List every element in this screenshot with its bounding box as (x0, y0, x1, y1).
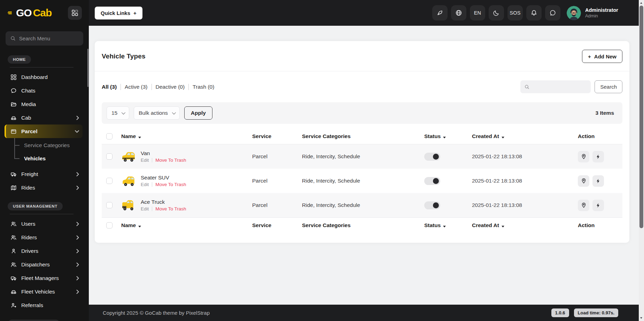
sidebar-subitem-service-categories[interactable]: Service Categories (5, 139, 83, 152)
search-button[interactable]: Search (595, 80, 622, 93)
row-checkbox[interactable] (106, 202, 112, 208)
column-status[interactable]: Status (424, 133, 472, 139)
sidebar-item-dispatchers[interactable]: Dispatchers (5, 258, 83, 271)
language-globe-button[interactable] (451, 5, 466, 21)
vehicle-image (121, 175, 136, 187)
sidebar-item-dashboard[interactable]: Dashboard (5, 70, 83, 84)
move-to-trash-link[interactable]: Move To Trash (155, 182, 186, 187)
filter-all[interactable]: All (3) (102, 84, 121, 90)
table-search-input[interactable] (532, 84, 587, 90)
edit-link[interactable]: Edit (141, 158, 149, 163)
boost-button[interactable] (592, 175, 604, 187)
column-label: Service (252, 133, 271, 139)
sidebar-item-rides[interactable]: Rides (5, 181, 83, 194)
chevron-right-icon (76, 263, 79, 267)
plus-icon: + (133, 10, 137, 16)
status-toggle[interactable] (424, 153, 440, 161)
sort-caret-icon (138, 226, 141, 227)
edit-link[interactable]: Edit (141, 182, 149, 187)
messages-button[interactable] (545, 5, 560, 21)
column-name[interactable]: Name (121, 222, 252, 228)
sidebar-item-cab[interactable]: Cab (5, 111, 83, 125)
sidebar-item-referrals[interactable]: Referrals (5, 298, 83, 312)
table-search[interactable] (520, 80, 591, 93)
add-new-button[interactable]: + Add New (582, 50, 622, 63)
sidebar-item-drivers[interactable]: Drivers (5, 244, 83, 258)
globe-icon (455, 9, 462, 16)
sidebar-item-freight[interactable]: Freight (5, 167, 83, 181)
column-service-categories: Service Categories (302, 133, 424, 139)
track-location-button[interactable] (578, 151, 589, 162)
row-links: Edit Move To Trash (141, 206, 186, 211)
sidebar-item-label: Referrals (21, 302, 43, 308)
apply-button[interactable]: Apply (184, 106, 212, 120)
row-checkbox[interactable] (106, 178, 112, 184)
notifications-button[interactable] (526, 5, 542, 21)
customizer-button[interactable] (432, 5, 448, 21)
table-footer-header: Name Service Service Categories Status C… (102, 217, 622, 233)
sidebar-item-users[interactable]: Users (5, 217, 83, 231)
sidebar-toggle-button[interactable] (68, 6, 82, 20)
sidebar-subitem-vehicles[interactable]: Vehicles (5, 152, 83, 165)
sidebar-item-chats[interactable]: Chats (5, 84, 83, 97)
language-label: EN (474, 10, 481, 16)
move-to-trash-link[interactable]: Move To Trash (155, 158, 186, 163)
column-status[interactable]: Status (424, 222, 472, 228)
avatar[interactable] (567, 6, 581, 20)
row-checkbox[interactable] (106, 153, 112, 160)
boost-button[interactable] (592, 151, 604, 162)
sidebar-item-fleet-vehicles[interactable]: Fleet Vehicles (5, 285, 83, 298)
sos-button[interactable]: SOS (507, 5, 523, 21)
brand-logo[interactable]: GOCab (8, 7, 52, 19)
status-toggle[interactable] (424, 201, 440, 209)
scroll-up-arrow-icon (640, 2, 642, 4)
moon-icon (493, 10, 499, 16)
sidebar-item-label: Users (21, 221, 35, 227)
page-scrollbar[interactable] (639, 0, 644, 321)
dashboard-icon (10, 74, 17, 80)
row-links: Edit Move To Trash (141, 158, 186, 163)
dark-mode-button[interactable] (489, 5, 504, 21)
filter-deactive[interactable]: Deactive (0) (152, 84, 189, 90)
column-service: Service (252, 222, 302, 228)
lightning-icon (596, 203, 601, 208)
chat-icon (549, 9, 556, 16)
sidebar-search[interactable] (6, 31, 83, 46)
select-all-checkbox[interactable] (106, 222, 112, 228)
grid-icon (71, 9, 78, 16)
main-column: Quick Links + EN SOS (89, 0, 644, 321)
bulk-actions-select[interactable]: Bulk actions (134, 106, 180, 120)
sidebar-item-media[interactable]: Media (5, 97, 83, 111)
filter-active[interactable]: Active (3) (121, 84, 151, 90)
sidebar-item-riders[interactable]: Riders (5, 231, 83, 244)
section-divider (10, 67, 73, 67)
boost-button[interactable] (592, 200, 604, 211)
per-page-select[interactable]: 15 (107, 106, 129, 120)
sidebar-item-parcel[interactable]: Parcel (5, 125, 83, 138)
edit-link[interactable]: Edit (141, 206, 149, 211)
column-created-at[interactable]: Created At (472, 222, 578, 228)
quick-links-button[interactable]: Quick Links + (95, 7, 142, 19)
column-label: Created At (472, 222, 499, 228)
user-block[interactable]: Administrator Admin (585, 7, 618, 19)
chevron-right-icon (76, 249, 79, 253)
vehicle-name: Ace Truck (141, 199, 186, 205)
sidebar-item-fleet-managers[interactable]: Fleet Managers (5, 271, 83, 285)
select-all-checkbox[interactable] (106, 133, 112, 139)
vehicle-image (121, 150, 136, 163)
sidebar-scrollbar-thumb[interactable] (87, 49, 88, 87)
table-row: Ace Truck Edit Move To Trash Parcel Ride… (102, 193, 622, 217)
page-scrollbar-thumb[interactable] (639, 6, 643, 228)
track-location-button[interactable] (578, 200, 589, 211)
track-location-button[interactable] (578, 175, 589, 187)
column-created-at[interactable]: Created At (472, 133, 578, 139)
status-toggle[interactable] (424, 177, 440, 185)
vehicle-name: Seater SUV (141, 175, 186, 181)
topbar: Quick Links + EN SOS (89, 0, 644, 26)
language-button[interactable]: EN (470, 5, 485, 21)
vehicle-name: Van (141, 150, 186, 157)
sidebar-search-input[interactable] (19, 35, 78, 41)
move-to-trash-link[interactable]: Move To Trash (155, 206, 186, 211)
column-name[interactable]: Name (121, 133, 252, 139)
filter-trash[interactable]: Trash (0) (188, 84, 218, 90)
